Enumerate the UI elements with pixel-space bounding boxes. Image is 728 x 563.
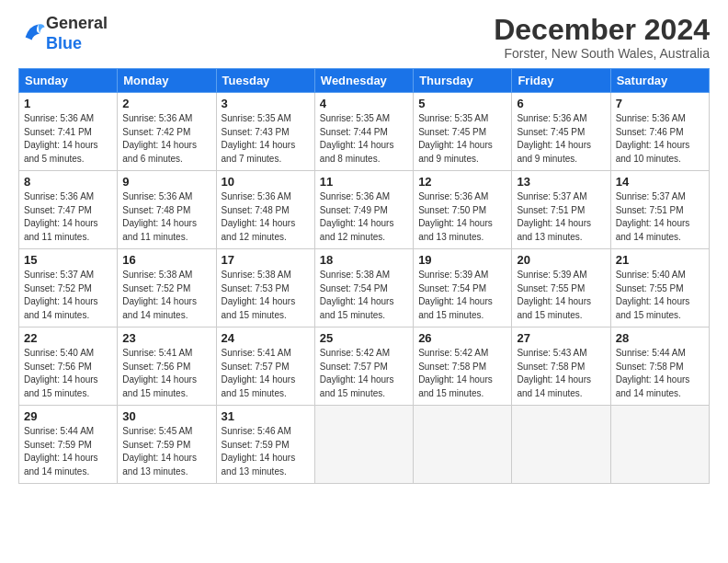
- table-row: 21Sunrise: 5:40 AMSunset: 7:55 PMDayligh…: [610, 249, 709, 327]
- calendar-week-row: 22Sunrise: 5:40 AMSunset: 7:56 PMDayligh…: [19, 327, 710, 406]
- calendar-week-row: 15Sunrise: 5:37 AMSunset: 7:52 PMDayligh…: [19, 249, 710, 327]
- day-number: 21: [616, 253, 704, 267]
- calendar-week-row: 29Sunrise: 5:44 AMSunset: 7:59 PMDayligh…: [19, 406, 710, 484]
- table-row: 27Sunrise: 5:43 AMSunset: 7:58 PMDayligh…: [512, 327, 610, 406]
- day-info: Sunrise: 5:36 AMSunset: 7:47 PMDaylight:…: [24, 190, 112, 244]
- day-info: Sunrise: 5:36 AMSunset: 7:41 PMDaylight:…: [24, 112, 112, 166]
- day-number: 6: [517, 97, 605, 110]
- day-number: 15: [24, 253, 112, 267]
- day-number: 28: [616, 331, 704, 345]
- day-number: 7: [616, 97, 704, 110]
- day-info: Sunrise: 5:38 AMSunset: 7:53 PMDaylight:…: [222, 269, 310, 322]
- day-number: 14: [616, 175, 704, 189]
- col-tuesday: Tuesday: [216, 69, 314, 93]
- day-number: 4: [320, 97, 408, 110]
- day-info: Sunrise: 5:35 AMSunset: 7:45 PMDaylight:…: [418, 112, 506, 166]
- day-number: 9: [122, 175, 210, 189]
- table-row: 28Sunrise: 5:44 AMSunset: 7:58 PMDayligh…: [610, 327, 709, 406]
- table-row: 7Sunrise: 5:36 AMSunset: 7:46 PMDaylight…: [610, 93, 709, 171]
- table-row: 3Sunrise: 5:35 AMSunset: 7:43 PMDaylight…: [216, 93, 314, 171]
- day-number: 29: [24, 409, 112, 423]
- table-row: 15Sunrise: 5:37 AMSunset: 7:52 PMDayligh…: [19, 249, 118, 327]
- table-row: [512, 406, 610, 484]
- table-row: 14Sunrise: 5:37 AMSunset: 7:51 PMDayligh…: [610, 171, 709, 249]
- col-thursday: Thursday: [414, 69, 512, 93]
- day-info: Sunrise: 5:37 AMSunset: 7:51 PMDaylight:…: [517, 190, 605, 244]
- col-wednesday: Wednesday: [314, 69, 413, 93]
- location: Forster, New South Wales, Australia: [494, 46, 710, 61]
- day-info: Sunrise: 5:42 AMSunset: 7:58 PMDaylight:…: [418, 347, 506, 400]
- day-number: 13: [517, 175, 605, 189]
- day-info: Sunrise: 5:42 AMSunset: 7:57 PMDaylight:…: [320, 347, 408, 400]
- day-info: Sunrise: 5:37 AMSunset: 7:52 PMDaylight:…: [24, 269, 112, 322]
- table-row: [414, 406, 512, 484]
- day-info: Sunrise: 5:37 AMSunset: 7:51 PMDaylight:…: [616, 190, 704, 244]
- logo: General Blue: [18, 14, 108, 53]
- day-info: Sunrise: 5:36 AMSunset: 7:48 PMDaylight:…: [222, 190, 310, 244]
- table-row: 30Sunrise: 5:45 AMSunset: 7:59 PMDayligh…: [118, 406, 216, 484]
- day-info: Sunrise: 5:36 AMSunset: 7:48 PMDaylight:…: [122, 190, 210, 244]
- table-row: 19Sunrise: 5:39 AMSunset: 7:54 PMDayligh…: [414, 249, 512, 327]
- table-row: 22Sunrise: 5:40 AMSunset: 7:56 PMDayligh…: [19, 327, 118, 406]
- day-info: Sunrise: 5:36 AMSunset: 7:46 PMDaylight:…: [616, 112, 704, 166]
- day-info: Sunrise: 5:38 AMSunset: 7:52 PMDaylight:…: [122, 269, 210, 322]
- table-row: [314, 406, 413, 484]
- page: General Blue December 2024 Forster, New …: [0, 0, 728, 563]
- table-row: 29Sunrise: 5:44 AMSunset: 7:59 PMDayligh…: [19, 406, 118, 484]
- table-row: 23Sunrise: 5:41 AMSunset: 7:56 PMDayligh…: [118, 327, 216, 406]
- day-number: 16: [122, 253, 210, 267]
- col-sunday: Sunday: [19, 69, 118, 93]
- logo-general-text: General: [46, 14, 108, 32]
- table-row: 8Sunrise: 5:36 AMSunset: 7:47 PMDaylight…: [19, 171, 118, 249]
- table-row: 24Sunrise: 5:41 AMSunset: 7:57 PMDayligh…: [216, 327, 314, 406]
- col-saturday: Saturday: [610, 69, 709, 93]
- table-row: 25Sunrise: 5:42 AMSunset: 7:57 PMDayligh…: [314, 327, 413, 406]
- day-number: 25: [320, 331, 408, 345]
- day-info: Sunrise: 5:46 AMSunset: 7:59 PMDaylight:…: [222, 425, 310, 478]
- col-monday: Monday: [118, 69, 216, 93]
- day-number: 26: [418, 331, 506, 345]
- table-row: 11Sunrise: 5:36 AMSunset: 7:49 PMDayligh…: [314, 171, 413, 249]
- table-row: 10Sunrise: 5:36 AMSunset: 7:48 PMDayligh…: [216, 171, 314, 249]
- table-row: 31Sunrise: 5:46 AMSunset: 7:59 PMDayligh…: [216, 406, 314, 484]
- table-row: 2Sunrise: 5:36 AMSunset: 7:42 PMDaylight…: [118, 93, 216, 171]
- day-number: 23: [122, 331, 210, 345]
- table-row: [610, 406, 709, 484]
- day-info: Sunrise: 5:45 AMSunset: 7:59 PMDaylight:…: [122, 425, 210, 478]
- table-row: 20Sunrise: 5:39 AMSunset: 7:55 PMDayligh…: [512, 249, 610, 327]
- calendar-week-row: 1Sunrise: 5:36 AMSunset: 7:41 PMDaylight…: [19, 93, 710, 171]
- day-info: Sunrise: 5:44 AMSunset: 7:59 PMDaylight:…: [24, 425, 112, 478]
- day-number: 31: [222, 409, 310, 423]
- table-row: 18Sunrise: 5:38 AMSunset: 7:54 PMDayligh…: [314, 249, 413, 327]
- day-number: 1: [24, 97, 112, 110]
- table-row: 13Sunrise: 5:37 AMSunset: 7:51 PMDayligh…: [512, 171, 610, 249]
- day-number: 12: [418, 175, 506, 189]
- day-number: 22: [24, 331, 112, 345]
- day-info: Sunrise: 5:35 AMSunset: 7:44 PMDaylight:…: [320, 112, 408, 166]
- month-title: December 2024: [494, 14, 710, 46]
- day-info: Sunrise: 5:41 AMSunset: 7:57 PMDaylight:…: [222, 347, 310, 400]
- day-number: 20: [517, 253, 605, 267]
- day-number: 11: [320, 175, 408, 189]
- header: General Blue December 2024 Forster, New …: [18, 14, 710, 61]
- day-number: 3: [222, 97, 310, 110]
- day-number: 30: [122, 409, 210, 423]
- calendar-table: Sunday Monday Tuesday Wednesday Thursday…: [18, 68, 710, 484]
- logo-blue-text: Blue: [46, 34, 82, 52]
- day-info: Sunrise: 5:39 AMSunset: 7:55 PMDaylight:…: [517, 269, 605, 322]
- day-info: Sunrise: 5:36 AMSunset: 7:45 PMDaylight:…: [517, 112, 605, 166]
- table-row: 17Sunrise: 5:38 AMSunset: 7:53 PMDayligh…: [216, 249, 314, 327]
- day-number: 17: [222, 253, 310, 267]
- day-number: 5: [418, 97, 506, 110]
- table-row: 12Sunrise: 5:36 AMSunset: 7:50 PMDayligh…: [414, 171, 512, 249]
- day-number: 8: [24, 175, 112, 189]
- day-info: Sunrise: 5:40 AMSunset: 7:55 PMDaylight:…: [616, 269, 704, 322]
- day-info: Sunrise: 5:36 AMSunset: 7:49 PMDaylight:…: [320, 190, 408, 244]
- title-section: December 2024 Forster, New South Wales, …: [494, 14, 710, 61]
- table-row: 4Sunrise: 5:35 AMSunset: 7:44 PMDaylight…: [314, 93, 413, 171]
- day-number: 19: [418, 253, 506, 267]
- logo-bird-icon: [20, 19, 46, 45]
- day-info: Sunrise: 5:36 AMSunset: 7:42 PMDaylight:…: [122, 112, 210, 166]
- day-number: 10: [222, 175, 310, 189]
- table-row: 26Sunrise: 5:42 AMSunset: 7:58 PMDayligh…: [414, 327, 512, 406]
